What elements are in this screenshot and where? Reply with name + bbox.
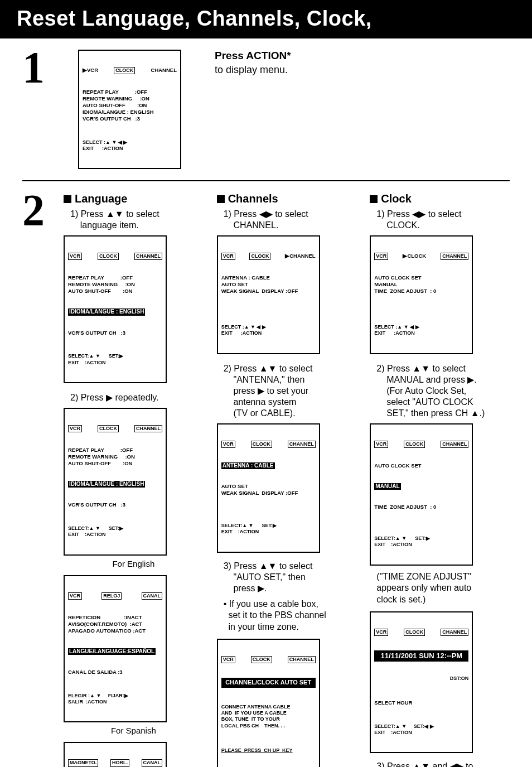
- osd-tab: CLOCK: [251, 441, 272, 448]
- clock-header: Clock: [370, 192, 510, 205]
- osd-tab: CLOCK: [404, 629, 425, 636]
- ch-step3: 3) Press ▲▼ to select "AUTO SET," then p…: [224, 561, 357, 594]
- ck-osd-c: VCRCLOCKCHANNEL 11/11/2001 SUN 12:--PM D…: [370, 611, 473, 753]
- osd-tab: MAGNETO.: [68, 759, 98, 766]
- osd-tab: VCR: [374, 441, 388, 448]
- ch-osd-a: VCRCLOCK▶CHANNEL ANTENNA : CABLE AUTO SE…: [217, 235, 320, 354]
- step1-sub: to display menu.: [215, 64, 291, 76]
- osd-tab: VCR: [221, 656, 235, 663]
- osd-tab: CLOCK: [251, 656, 272, 663]
- language-column: Language 1) Press ▲▼ to select language …: [64, 192, 204, 767]
- ck-step1: 1) Press ◀▶ to select CLOCK.: [376, 209, 510, 231]
- lang-osd-fr: MAGNETO.HORL.CANAL REPRISE LECTURE : NON…: [64, 742, 167, 767]
- osd-footer: SELECT:▲ ▼ SET:◀ ▶ EXIT :ACTION: [374, 723, 468, 736]
- lang-osd-a: VCRCLOCKCHANNEL REPEAT PLAY :OFF REMOTE …: [64, 235, 167, 383]
- osd-body: SELECT HOUR: [374, 700, 468, 706]
- ck-step3: 3) Press ▲▼ and ◀▶ to select and set the…: [376, 761, 510, 767]
- step2-number: 2: [22, 192, 50, 228]
- separator: [22, 180, 510, 181]
- lang-step1: 1) Press ▲▼ to select language item.: [70, 209, 204, 231]
- osd-footer: SELECT :▲ ▼ ◀ ▶ EXIT :ACTION: [83, 139, 177, 152]
- ck-step2: 2) Press ▲▼ to select MANUAL and press ▶…: [376, 363, 510, 419]
- clock-column: Clock 1) Press ◀▶ to select CLOCK. VCR▶C…: [370, 192, 510, 767]
- osd-dst: DST:ON: [374, 676, 468, 682]
- square-icon: [64, 195, 71, 203]
- osd-tab: CHANNEL: [134, 253, 162, 260]
- osd-tab-clock: CLOCK: [114, 67, 135, 74]
- osd-body: ANTENNA : CABLE AUTO SET WEAK SIGNAL DIS…: [221, 274, 316, 295]
- osd-tab: CANAL: [142, 592, 163, 600]
- osd-tab: CHANNEL: [441, 441, 468, 448]
- osd-body: VCR'S OUTPUT CH :3: [68, 501, 162, 508]
- osd-banner: 11/11/2001 SUN 12:--PM: [374, 650, 468, 662]
- osd-footer: SELECT:▲ ▼ SET:▶ EXIT :ACTION: [68, 525, 162, 538]
- square-icon: [370, 195, 378, 203]
- osd-tab: CLOCK: [404, 441, 425, 448]
- osd-body: AUTO CLOCK SET: [374, 462, 468, 469]
- osd-tab: CLOCK: [98, 425, 119, 432]
- osd-tab: CLOCK: [249, 253, 270, 260]
- osd-tab: CHANNEL: [288, 656, 316, 663]
- osd-tab-vcr: ▶VCR: [83, 67, 98, 74]
- ch-bullet1: • If you use a cable box, set it to the …: [224, 599, 357, 633]
- osd-tab-channel: CHANNEL: [151, 67, 177, 74]
- osd-footer: PLEASE PRESS CH UP KEY: [221, 747, 316, 754]
- osd-tab: ▶CHANNEL: [285, 253, 315, 260]
- osd-body: AUTO SET WEAK SIGNAL DISPLAY :OFF: [221, 483, 316, 496]
- osd-tab: VCR: [374, 629, 388, 636]
- ck-note1: ("TIME ZONE ADJUST" appears only when au…: [376, 571, 510, 606]
- osd-footer: ELEGIR :▲ ▼ FIJAR:▶ SALIR :ACTION: [68, 693, 162, 706]
- ch-osd-c: VCRCLOCKCHANNEL CHANNEL/CLOCK AUTO SET C…: [217, 639, 320, 767]
- square-icon: [217, 195, 225, 203]
- ch-step1: 1) Press ◀▶ to select CHANNEL.: [224, 209, 357, 231]
- osd-body: REPEAT PLAY :OFF REMOTE WARNING :ON AUTO…: [68, 274, 162, 295]
- ch-osd-b: VCRCLOCKCHANNEL ANTENNA : CABLE AUTO SET…: [217, 423, 320, 553]
- page-title: Reset Language, Channels, Clock,: [0, 0, 532, 38]
- step1-text: Press ACTION* to display menu.: [215, 50, 291, 76]
- osd-tab: VCR: [221, 441, 235, 448]
- step2-columns: 2 Language 1) Press ▲▼ to select languag…: [22, 192, 510, 767]
- osd-footer: SELECT:▲ ▼ SET:▶ EXIT :ACTION: [68, 353, 162, 366]
- osd-tab: VCR: [68, 425, 82, 432]
- osd-footer: SELECT :▲ ▼ ◀ ▶ EXIT :ACTION: [374, 324, 468, 337]
- step1-osd: ▶VCR CLOCK CHANNEL REPEAT PLAY :OFF REMO…: [78, 50, 181, 169]
- osd-highlight: LANGUE/LANGUAGE:ESPAÑOL: [68, 648, 156, 655]
- channels-column: Channels 1) Press ◀▶ to select CHANNEL. …: [217, 192, 357, 767]
- osd-body: AUTO CLOCK SET MANUAL TIME ZONE ADJUST :…: [374, 274, 468, 295]
- content-area: 1 ▶VCR CLOCK CHANNEL REPEAT PLAY :OFF RE…: [0, 38, 532, 767]
- osd-tab: VCR: [68, 253, 82, 260]
- osd-tab: CLOCK: [98, 253, 119, 260]
- ck-osd-b: VCRCLOCKCHANNEL AUTO CLOCK SET MANUAL TI…: [370, 423, 473, 566]
- osd-footer: SELECT:▲ ▼ SET:▶ EXIT :ACTION: [374, 536, 468, 548]
- osd-tab: VCR: [68, 592, 82, 600]
- caption-english: For English: [64, 559, 204, 568]
- osd-body: CANAL DE SALIDA :3: [68, 669, 162, 676]
- ck-osd-a: VCR▶CLOCKCHANNEL AUTO CLOCK SET MANUAL T…: [370, 235, 473, 354]
- ch-step2: 2) Press ▲▼ to select "ANTENNA," then pr…: [224, 363, 357, 419]
- osd-tab: ▶CLOCK: [403, 253, 426, 260]
- osd-tab: VCR: [221, 253, 235, 260]
- osd-tab: CHANNEL: [288, 441, 316, 448]
- osd-tab: HORL.: [110, 759, 129, 766]
- osd-banner: CHANNEL/CLOCK AUTO SET: [221, 678, 316, 688]
- lang-osd-en: VCRCLOCKCHANNEL REPEAT PLAY :OFF REMOTE …: [64, 408, 167, 556]
- step1-heading: Press ACTION*: [215, 50, 291, 62]
- osd-tab: CHANNEL: [441, 629, 468, 636]
- caption-spanish: For Spanish: [64, 726, 204, 735]
- osd-tab: CHANNEL: [441, 253, 468, 260]
- osd-body: CONNECT ANTENNA CABLE AND IF YOU USE A C…: [221, 704, 316, 729]
- osd-body: REPEAT PLAY :OFF REMOTE WARNING :ON AUTO…: [83, 89, 177, 122]
- osd-tab: VCR: [374, 253, 388, 260]
- channels-header: Channels: [217, 192, 357, 205]
- step2-number-col: 2: [22, 192, 50, 228]
- osd-body: REPETICION :INACT AVISO(CONT.REMOTO) :AC…: [68, 614, 162, 634]
- language-header: Language: [64, 192, 204, 205]
- lang-step2: 2) Press ▶ repeatedly.: [70, 392, 204, 403]
- osd-footer: SELECT :▲ ▼ ◀ ▶ EXIT :ACTION: [221, 324, 316, 337]
- osd-highlight: IDIOMA/LANGUE : ENGLISH: [68, 481, 145, 488]
- osd-body: VCR'S OUTPUT CH :3: [68, 330, 162, 336]
- osd-tab: RELOJ: [101, 592, 122, 600]
- lang-osd-es: VCRRELOJCANAL REPETICION :INACT AVISO(CO…: [64, 575, 167, 723]
- step1-number: 1: [22, 50, 45, 85]
- osd-highlight: MANUAL: [374, 483, 400, 490]
